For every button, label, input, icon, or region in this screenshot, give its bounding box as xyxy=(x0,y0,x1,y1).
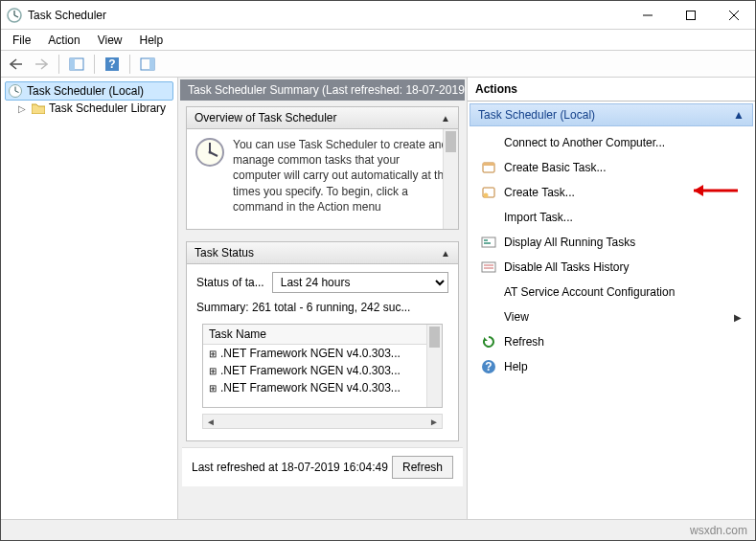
action-help[interactable]: ?Help xyxy=(471,354,751,379)
refresh-icon xyxy=(481,334,496,349)
tree-library-label: Task Scheduler Library xyxy=(49,101,166,115)
clock-icon xyxy=(195,137,225,168)
svg-point-23 xyxy=(484,193,489,198)
center-footer: Last refreshed at 18-07-2019 16:04:49 Re… xyxy=(182,447,463,486)
action-create-task[interactable]: Create Task... xyxy=(471,180,751,205)
history-icon xyxy=(481,259,496,275)
svg-rect-21 xyxy=(483,163,494,166)
action-import-task[interactable]: Import Task... xyxy=(471,205,751,230)
close-button[interactable] xyxy=(712,1,755,29)
svg-rect-12 xyxy=(149,58,154,70)
action-label: Disable All Tasks History xyxy=(504,260,742,274)
svg-rect-26 xyxy=(484,239,488,241)
action-refresh[interactable]: Refresh xyxy=(471,329,751,354)
status-header[interactable]: Task Status ▲ xyxy=(187,242,458,264)
help-button[interactable]: ? xyxy=(101,53,124,76)
svg-point-19 xyxy=(209,151,212,154)
action-label: Create Task... xyxy=(504,186,742,199)
svg-text:?: ? xyxy=(485,360,492,373)
body: Task Scheduler (Local) ▷ Task Scheduler … xyxy=(1,78,755,519)
running-icon xyxy=(481,235,496,250)
actions-scope[interactable]: Task Scheduler (Local) ▲ xyxy=(470,103,753,126)
toolbar: ? xyxy=(1,51,755,78)
menu-file[interactable]: File xyxy=(5,32,38,49)
action-label: AT Service Account Configuration xyxy=(504,285,742,299)
task-name-column[interactable]: Task Name xyxy=(203,325,426,345)
status-section: Task Status ▲ Status of ta... Last 24 ho… xyxy=(186,241,459,441)
none-icon xyxy=(481,135,496,150)
none-icon xyxy=(481,284,496,300)
menubar: File Action View Help xyxy=(1,30,755,51)
collapse-icon: ▲ xyxy=(441,248,450,259)
center-header: Task Scheduler Summary (Last refreshed: … xyxy=(180,79,465,101)
none-icon xyxy=(481,309,496,325)
none-icon xyxy=(481,210,496,225)
status-summary: Summary: 261 total - 6 running, 242 suc.… xyxy=(196,301,448,314)
tree-root-label: Task Scheduler (Local) xyxy=(27,84,144,98)
overview-header[interactable]: Overview of Task Scheduler ▲ xyxy=(187,107,458,129)
chevron-right-icon: ▶ xyxy=(734,312,742,323)
expand-icon[interactable]: ▷ xyxy=(18,103,28,114)
action-disable-all-tasks-history[interactable]: Disable All Tasks History xyxy=(471,255,751,280)
svg-rect-28 xyxy=(482,262,495,272)
svg-rect-4 xyxy=(686,11,695,19)
menu-help[interactable]: Help xyxy=(132,32,172,49)
refresh-button[interactable]: Refresh xyxy=(392,456,453,479)
task-row[interactable]: ⊞.NET Framework NGEN v4.0.303... xyxy=(203,345,426,362)
action-label: View xyxy=(504,310,726,324)
status-label: Status of ta... xyxy=(196,276,264,289)
status-title: Task Status xyxy=(195,246,254,259)
forward-button[interactable] xyxy=(30,53,53,76)
toolbar-separator xyxy=(129,55,130,74)
back-button[interactable] xyxy=(5,53,28,76)
show-hide-tree-button[interactable] xyxy=(65,53,88,76)
toolbar-separator xyxy=(94,55,95,74)
scrollbar[interactable] xyxy=(426,325,442,407)
action-at-service-account-configuration[interactable]: AT Service Account Configuration xyxy=(471,280,751,304)
action-label: Import Task... xyxy=(504,211,742,224)
action-label: Connect to Another Computer... xyxy=(504,136,742,149)
svg-text:?: ? xyxy=(108,57,115,71)
actions-header: Actions xyxy=(468,78,755,101)
task-row[interactable]: ⊞.NET Framework NGEN v4.0.303... xyxy=(203,362,426,379)
maximize-button[interactable] xyxy=(669,1,712,29)
help-icon: ? xyxy=(481,359,496,374)
minimize-button[interactable] xyxy=(626,1,669,29)
window-title: Task Scheduler xyxy=(28,9,626,22)
center-pane: Task Scheduler Summary (Last refreshed: … xyxy=(178,78,468,519)
action-display-all-running-tasks[interactable]: Display All Running Tasks xyxy=(471,230,751,255)
task-row[interactable]: ⊞.NET Framework NGEN v4.0.303... xyxy=(203,379,426,396)
scrollbar[interactable] xyxy=(443,129,458,229)
tree-root[interactable]: Task Scheduler (Local) xyxy=(5,81,173,101)
overview-text: You can use Task Scheduler to create and… xyxy=(233,137,450,221)
action-pane-button[interactable] xyxy=(136,53,159,76)
basic-icon xyxy=(481,160,496,175)
actions-pane: Actions Task Scheduler (Local) ▲ Connect… xyxy=(468,78,755,519)
action-label: Refresh xyxy=(504,335,742,349)
status-period-select[interactable]: Last 24 hours xyxy=(272,272,448,293)
toolbar-separator xyxy=(58,55,59,74)
statusbar: wsxdn.com xyxy=(1,519,755,540)
menu-action[interactable]: Action xyxy=(40,32,87,49)
task-icon xyxy=(481,185,496,200)
action-label: Display All Running Tasks xyxy=(504,236,742,249)
overview-section: Overview of Task Scheduler ▲ You can use… xyxy=(186,106,459,230)
tree-library[interactable]: ▷ Task Scheduler Library xyxy=(5,101,173,116)
task-list: Task Name ⊞.NET Framework NGEN v4.0.303.… xyxy=(202,324,443,408)
action-label: Create Basic Task... xyxy=(504,161,742,174)
action-view[interactable]: View▶ xyxy=(471,304,751,329)
window: Task Scheduler File Action View Help ? T… xyxy=(0,0,756,541)
svg-rect-8 xyxy=(70,58,75,70)
menu-view[interactable]: View xyxy=(90,32,130,49)
action-connect-to-another-computer[interactable]: Connect to Another Computer... xyxy=(471,130,751,155)
last-refreshed-label: Last refreshed at 18-07-2019 16:04:49 xyxy=(192,461,388,474)
horizontal-scrollbar[interactable]: ◄► xyxy=(202,414,443,429)
tree-pane[interactable]: Task Scheduler (Local) ▷ Task Scheduler … xyxy=(1,78,178,519)
action-list: Connect to Another Computer...Create Bas… xyxy=(468,128,755,381)
action-label: Help xyxy=(504,360,742,373)
collapse-icon: ▲ xyxy=(441,113,450,124)
titlebar: Task Scheduler xyxy=(1,1,755,30)
app-icon xyxy=(7,8,22,23)
collapse-icon: ▲ xyxy=(733,108,745,122)
action-create-basic-task[interactable]: Create Basic Task... xyxy=(471,155,751,180)
